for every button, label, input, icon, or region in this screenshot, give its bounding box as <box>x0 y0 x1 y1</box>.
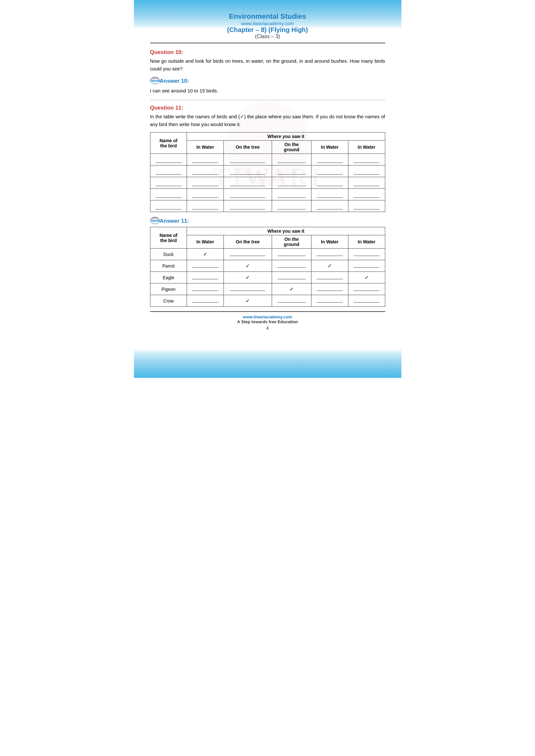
bird-location-cell <box>272 260 311 272</box>
q-table-name-header: Name ofthe bird <box>150 132 187 154</box>
bird-location-cell <box>223 284 272 295</box>
q-table-col3: On the tree <box>223 141 272 154</box>
bird-location-cell: ✓ <box>223 295 272 307</box>
bird-location-cell <box>223 249 272 260</box>
question10-label: Question 10: <box>150 49 385 56</box>
question11-text: In the table write the names of birds an… <box>150 113 385 128</box>
bird-name-cell: Crow <box>150 295 187 307</box>
bird-location-cell <box>312 272 348 284</box>
footer-tagline: A Step towards free Education <box>150 319 385 324</box>
page-header: Environmental Studies www.tiwariacademy.… <box>150 7 385 43</box>
bird-location-cell <box>187 272 224 284</box>
header-class: (Class – 3) <box>150 34 385 40</box>
svg-text:TIWARI: TIWARI <box>150 219 160 222</box>
bird-location-cell <box>187 260 224 272</box>
bird-location-cell <box>272 272 311 284</box>
footer-page: 4 <box>150 325 385 331</box>
tiwari-logo-icon: TIWARI <box>150 77 160 86</box>
page-footer: www.tiwariacademy.com A Step towards fre… <box>150 311 385 331</box>
bird-location-cell <box>272 295 311 307</box>
bird-location-cell <box>272 249 311 260</box>
a-table-col4: On theground <box>272 235 311 249</box>
table-row <box>150 201 385 212</box>
bird-name-cell: Parrot <box>150 260 187 272</box>
q-table-col5: In Water <box>312 141 348 154</box>
bird-location-cell <box>187 284 224 295</box>
bird-location-cell: ✓ <box>272 284 311 295</box>
bird-location-cell: ✓ <box>223 272 272 284</box>
table-row <box>150 177 385 189</box>
bird-location-cell <box>348 295 385 307</box>
tiwari-logo-icon-2: TIWARI <box>150 217 160 226</box>
question11-section: Question 11: In the table write the name… <box>150 105 385 128</box>
bird-location-cell <box>312 249 348 260</box>
table-row <box>150 154 385 166</box>
header-url: www.tiwariacademy.com <box>150 21 385 26</box>
q-table-col4: On theground <box>272 141 311 154</box>
bird-location-cell: ✓ <box>312 260 348 272</box>
question11-label: Question 11: <box>150 105 385 111</box>
answer10-label: Answer 10: <box>160 78 189 84</box>
table-row <box>150 189 385 201</box>
a-table-col6: In Water <box>348 235 385 249</box>
bird-location-cell <box>312 295 348 307</box>
bird-location-cell <box>187 295 224 307</box>
bird-location-cell <box>348 284 385 295</box>
divider1 <box>150 100 385 100</box>
table-row: Pigeon✓ <box>150 284 385 295</box>
a-table-name-header: Name ofthe bird <box>150 227 187 249</box>
table-row: Crow✓ <box>150 295 385 307</box>
q-table-col6: In Water <box>348 141 385 154</box>
a-table-col3: On the tree <box>223 235 272 249</box>
bird-location-cell: ✓ <box>348 272 385 284</box>
question10-section: Question 10: Now go outside and look for… <box>150 49 385 73</box>
svg-text:TIWARI: TIWARI <box>150 79 160 82</box>
bird-location-cell: ✓ <box>223 260 272 272</box>
answer11-label-row: TIWARI Answer 11: <box>150 217 385 226</box>
q-table-where-header: Where you saw it <box>187 132 385 141</box>
table-row: Duck✓ <box>150 249 385 260</box>
header-title: Environmental Studies <box>150 12 385 21</box>
answer11-label: Answer 11: <box>160 218 189 224</box>
table-row: Eagle✓✓ <box>150 272 385 284</box>
q-table-col2: In Water <box>187 141 224 154</box>
table-row: Parrot✓✓ <box>150 260 385 272</box>
header-chapter: (Chapter – 8) (Flying High) <box>150 26 385 34</box>
answer11-table: Name ofthe bird Where you saw it In Wate… <box>150 227 385 307</box>
table-row <box>150 166 385 177</box>
bird-location-cell: ✓ <box>187 249 224 260</box>
bird-name-cell: Duck <box>150 249 187 260</box>
bird-location-cell <box>312 284 348 295</box>
a-table-where-header: Where you saw it <box>187 227 385 235</box>
question11-table: Name ofthe bird Where you saw it In Wate… <box>150 132 385 212</box>
bird-name-cell: Eagle <box>150 272 187 284</box>
bg-bottom-gradient <box>134 349 401 378</box>
a-table-col5: In Water <box>312 235 348 249</box>
footer-url: www.tiwariacademy.com <box>150 314 385 319</box>
question10-text: Now go outside and look for birds on tre… <box>150 57 385 73</box>
bird-location-cell <box>348 249 385 260</box>
answer10-label-row: TIWARI Answer 10: <box>150 77 385 86</box>
answer10-text: I can see around 10 to 15 birds. <box>150 87 385 95</box>
bird-name-cell: Pigeon <box>150 284 187 295</box>
bird-location-cell <box>348 260 385 272</box>
a-table-col2: In Water <box>187 235 224 249</box>
